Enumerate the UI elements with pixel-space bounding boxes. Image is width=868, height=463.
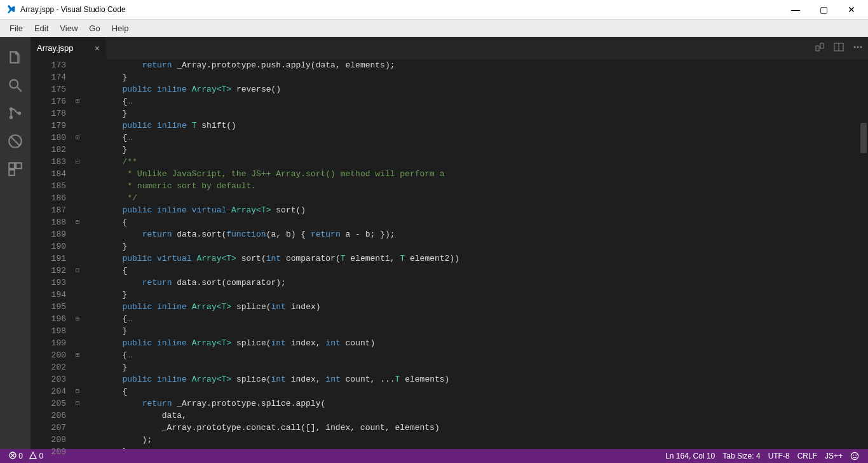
scroll-thumb[interactable]: [860, 123, 867, 153]
fold-marker[interactable]: ⊞: [72, 313, 83, 325]
explorer-icon[interactable]: [0, 43, 31, 71]
code-line[interactable]: }: [83, 361, 859, 373]
fold-marker: [72, 120, 83, 132]
window-title: Array.jspp - Visual Studio Code: [20, 5, 126, 14]
line-number: 199: [31, 337, 66, 349]
code-content[interactable]: return _Array.prototype.push.apply(data,…: [83, 59, 859, 449]
code-line[interactable]: return data.sort(comparator);: [83, 277, 859, 289]
code-line[interactable]: {: [83, 265, 859, 277]
svg-point-0: [10, 79, 18, 88]
svg-rect-9: [9, 170, 15, 176]
minimize-button[interactable]: —: [782, 4, 810, 15]
code-line[interactable]: * Unlike JavaScript, the JS++ Array.sort…: [83, 168, 859, 180]
status-eol[interactable]: CRLF: [794, 452, 821, 460]
line-number: 193: [31, 277, 66, 289]
search-icon[interactable]: [0, 71, 31, 99]
status-lncol[interactable]: Ln 164, Col 10: [661, 452, 719, 460]
close-button[interactable]: ✕: [837, 4, 865, 15]
fold-marker[interactable]: ⊞: [72, 132, 83, 144]
code-line[interactable]: return _Array.prototype.push.apply(data,…: [83, 59, 859, 71]
code-line[interactable]: }: [83, 71, 859, 83]
compare-icon[interactable]: [815, 42, 825, 55]
menu-help[interactable]: Help: [106, 24, 135, 33]
debug-icon[interactable]: [0, 127, 31, 155]
code-line[interactable]: public virtual Array<T> sort(int compara…: [83, 252, 859, 265]
code-line[interactable]: {…: [83, 95, 859, 107]
code-line[interactable]: {…: [83, 349, 859, 361]
editor-pane[interactable]: 1731741751761781791801821831841851861871…: [31, 59, 868, 449]
fold-marker: [72, 422, 83, 434]
code-line[interactable]: /**: [83, 156, 859, 168]
tab-array-jspp[interactable]: Array.jspp ×: [31, 37, 107, 59]
feedback-icon[interactable]: [846, 452, 863, 461]
fold-marker: [72, 361, 83, 373]
code-line[interactable]: {: [83, 385, 859, 397]
code-line[interactable]: public inline T shift(): [83, 120, 859, 132]
fold-marker: [72, 83, 83, 95]
more-icon[interactable]: [853, 42, 863, 55]
code-line[interactable]: );: [83, 434, 859, 446]
code-line[interactable]: {…: [83, 313, 859, 325]
menu-file[interactable]: File: [4, 24, 29, 33]
code-line[interactable]: */: [83, 192, 859, 204]
source-control-icon[interactable]: [0, 99, 31, 127]
code-line[interactable]: {…: [83, 132, 859, 144]
code-line[interactable]: public inline Array<T> splice(int index,…: [83, 373, 859, 385]
code-line[interactable]: public inline Array<T> splice(int index,…: [83, 337, 859, 349]
line-number: 207: [31, 422, 66, 434]
code-line[interactable]: }: [83, 325, 859, 337]
code-line[interactable]: return _Array.prototype.splice.apply(: [83, 397, 859, 410]
tab-actions: [815, 37, 868, 59]
fold-marker[interactable]: ⊟: [72, 216, 83, 228]
fold-marker[interactable]: ⊟: [72, 385, 83, 397]
code-line[interactable]: _Array.prototype.concat.call([], index, …: [83, 422, 859, 434]
editor-area: Array.jspp × 173174175176178179180182183…: [31, 37, 868, 449]
code-line[interactable]: * numeric sort by default.: [83, 180, 859, 192]
fold-marker: [72, 240, 83, 252]
code-line[interactable]: {: [83, 216, 859, 228]
line-number: 200: [31, 349, 66, 361]
line-number: 178: [31, 107, 66, 120]
line-number-gutter: 1731741751761781791801821831841851861871…: [31, 59, 72, 449]
fold-marker: [72, 71, 83, 83]
maximize-button[interactable]: ▢: [810, 4, 837, 15]
line-number: 190: [31, 240, 66, 252]
code-line[interactable]: public inline virtual Array<T> sort(): [83, 204, 859, 216]
vertical-scrollbar[interactable]: [859, 59, 868, 449]
split-editor-icon[interactable]: [834, 42, 844, 55]
fold-marker[interactable]: ⊞: [72, 95, 83, 107]
status-tabsize[interactable]: Tab Size: 4: [719, 452, 764, 460]
line-number: 183: [31, 156, 66, 168]
fold-marker[interactable]: ⊟: [72, 265, 83, 277]
code-line[interactable]: }: [83, 240, 859, 252]
code-line[interactable]: }: [83, 144, 859, 156]
fold-marker[interactable]: ⊟: [72, 156, 83, 168]
line-number: 176: [31, 95, 66, 107]
fold-marker: [72, 325, 83, 337]
code-line[interactable]: }: [83, 446, 859, 449]
code-line[interactable]: }: [83, 107, 859, 120]
fold-gutter[interactable]: ⊞⊞⊟⊟⊟⊞⊞⊟⊟: [72, 59, 83, 449]
code-line[interactable]: }: [83, 289, 859, 301]
status-encoding[interactable]: UTF-8: [764, 452, 794, 460]
fold-marker: [72, 434, 83, 446]
tab-close-icon[interactable]: ×: [87, 43, 100, 53]
fold-marker[interactable]: ⊟: [72, 397, 83, 410]
fold-marker: [72, 144, 83, 156]
svg-point-12: [854, 46, 856, 48]
fold-marker: [72, 59, 83, 71]
code-line[interactable]: return data.sort(function(a, b) { return…: [83, 228, 859, 240]
svg-point-3: [10, 116, 13, 119]
menu-view[interactable]: View: [54, 24, 83, 33]
menu-edit[interactable]: Edit: [29, 24, 54, 33]
code-line[interactable]: public inline Array<T> reverse(): [83, 83, 859, 95]
line-number: 187: [31, 204, 66, 216]
code-line[interactable]: data,: [83, 410, 859, 422]
status-lang[interactable]: JS++: [821, 452, 846, 460]
line-number: 188: [31, 216, 66, 228]
fold-marker[interactable]: ⊞: [72, 349, 83, 361]
extensions-icon[interactable]: [0, 155, 31, 183]
line-number: 182: [31, 144, 66, 156]
menu-go[interactable]: Go: [83, 24, 105, 33]
code-line[interactable]: public inline Array<T> splice(int index): [83, 301, 859, 313]
